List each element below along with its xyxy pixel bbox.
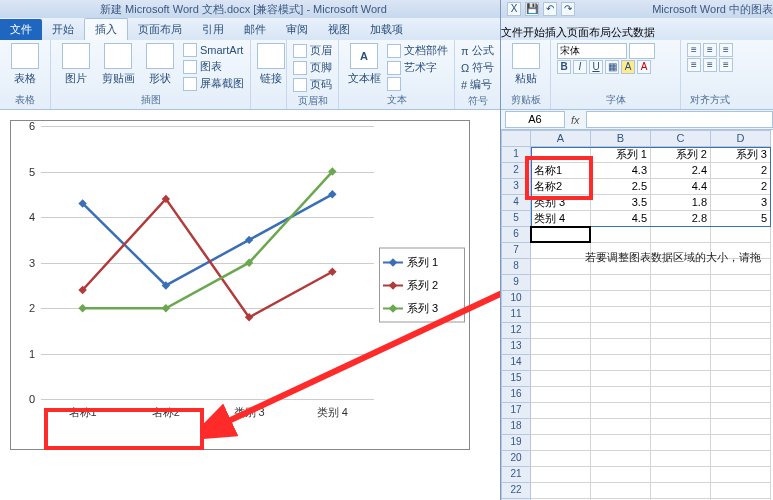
cell[interactable] — [591, 387, 651, 403]
cell[interactable] — [531, 403, 591, 419]
dropcap-button[interactable] — [387, 77, 448, 91]
table-button[interactable]: 表格 — [6, 43, 44, 86]
spreadsheet-grid[interactable]: A B C D 1系列 1系列 2系列 32名称14.32.423名称22.54… — [501, 130, 773, 500]
cell[interactable]: 3 — [711, 195, 771, 211]
cell[interactable] — [591, 227, 651, 243]
cell[interactable]: 名称1 — [531, 163, 591, 179]
tab-home[interactable]: 开始 — [42, 19, 84, 40]
font-color-button[interactable]: A — [637, 60, 651, 74]
cell[interactable] — [651, 291, 711, 307]
pageno-button[interactable]: 页码 — [293, 77, 332, 92]
name-box[interactable]: A6 — [505, 111, 565, 128]
font-name-selector[interactable]: 宋体 — [557, 43, 627, 59]
smartart-button[interactable]: SmartArt — [183, 43, 244, 57]
cell[interactable] — [591, 403, 651, 419]
tab-mailings[interactable]: 邮件 — [234, 19, 276, 40]
cell[interactable]: 2 — [711, 163, 771, 179]
fx-icon[interactable]: fx — [571, 114, 580, 126]
cell[interactable] — [651, 419, 711, 435]
cell[interactable] — [591, 483, 651, 499]
row-header[interactable]: 12 — [501, 323, 531, 339]
col-hdr-B[interactable]: B — [591, 130, 651, 147]
cell[interactable] — [711, 435, 771, 451]
cell[interactable] — [711, 371, 771, 387]
screenshot-button[interactable]: 屏幕截图 — [183, 76, 244, 91]
row-header[interactable]: 6 — [501, 227, 531, 243]
excel-tab-pagelayout[interactable]: 页面布局 — [567, 25, 611, 40]
chart-legend[interactable]: 系列 1系列 2系列 3 — [379, 248, 465, 323]
cell[interactable]: 类别 3 — [531, 195, 591, 211]
cell[interactable] — [591, 323, 651, 339]
cell[interactable]: 系列 2 — [651, 147, 711, 163]
row-header[interactable]: 2 — [501, 163, 531, 179]
number-button[interactable]: #编号 — [461, 77, 494, 92]
cell[interactable] — [711, 307, 771, 323]
cell[interactable] — [651, 387, 711, 403]
bold-button[interactable]: B — [557, 60, 571, 74]
align-right-button[interactable]: ≡ — [719, 58, 733, 72]
cell[interactable] — [711, 339, 771, 355]
footer-button[interactable]: 页脚 — [293, 60, 332, 75]
redo-icon[interactable]: ↷ — [561, 2, 575, 16]
chart-data-point[interactable] — [78, 304, 86, 312]
undo-icon[interactable]: ↶ — [543, 2, 557, 16]
row-header[interactable]: 11 — [501, 307, 531, 323]
equation-button[interactable]: π公式 — [461, 43, 494, 58]
clipart-button[interactable]: 剪贴画 — [99, 43, 137, 86]
cell[interactable] — [531, 355, 591, 371]
legend-entry[interactable]: 系列 2 — [383, 278, 461, 293]
cell[interactable] — [531, 291, 591, 307]
cell[interactable] — [651, 467, 711, 483]
row-header[interactable]: 17 — [501, 403, 531, 419]
cell[interactable] — [591, 275, 651, 291]
cell[interactable]: 系列 3 — [711, 147, 771, 163]
cell[interactable] — [651, 483, 711, 499]
row-header[interactable]: 10 — [501, 291, 531, 307]
cell[interactable] — [591, 451, 651, 467]
tab-review[interactable]: 审阅 — [276, 19, 318, 40]
cell[interactable] — [531, 483, 591, 499]
cell[interactable] — [711, 451, 771, 467]
cell[interactable] — [591, 419, 651, 435]
picture-button[interactable]: 图片 — [57, 43, 95, 86]
select-all-corner[interactable] — [501, 130, 531, 147]
cell[interactable]: 1.8 — [651, 195, 711, 211]
cell[interactable] — [651, 339, 711, 355]
hyperlink-button[interactable]: 链接 — [257, 43, 285, 86]
cell[interactable] — [711, 403, 771, 419]
cell[interactable] — [591, 467, 651, 483]
italic-button[interactable]: I — [573, 60, 587, 74]
cell[interactable]: 2.8 — [651, 211, 711, 227]
chart-series-line[interactable] — [83, 199, 333, 317]
chart-series-line[interactable] — [83, 194, 333, 285]
row-header[interactable]: 3 — [501, 179, 531, 195]
cell[interactable] — [591, 291, 651, 307]
cell[interactable] — [651, 275, 711, 291]
cell[interactable]: 2.5 — [591, 179, 651, 195]
shapes-button[interactable]: 形状 — [141, 43, 179, 86]
align-bot-button[interactable]: ≡ — [719, 43, 733, 57]
cell[interactable] — [591, 435, 651, 451]
cell[interactable] — [651, 435, 711, 451]
cell[interactable]: 5 — [711, 211, 771, 227]
align-top-button[interactable]: ≡ — [687, 43, 701, 57]
row-header[interactable]: 22 — [501, 483, 531, 499]
tab-addins[interactable]: 加载项 — [360, 19, 413, 40]
cell[interactable] — [531, 243, 591, 259]
underline-button[interactable]: U — [589, 60, 603, 74]
textbox-button[interactable]: A文本框 — [345, 43, 383, 86]
symbol-button[interactable]: Ω符号 — [461, 60, 494, 75]
cell[interactable] — [711, 467, 771, 483]
cell[interactable]: 2.4 — [651, 163, 711, 179]
cell[interactable]: 2 — [711, 179, 771, 195]
excel-tab-insert[interactable]: 插入 — [545, 25, 567, 40]
legend-entry[interactable]: 系列 1 — [383, 255, 461, 270]
cell[interactable] — [531, 371, 591, 387]
align-mid-button[interactable]: ≡ — [703, 43, 717, 57]
cell[interactable] — [651, 323, 711, 339]
formula-input[interactable] — [586, 111, 773, 128]
row-header[interactable]: 7 — [501, 243, 531, 259]
tab-references[interactable]: 引用 — [192, 19, 234, 40]
tab-file[interactable]: 文件 — [0, 19, 42, 40]
col-hdr-D[interactable]: D — [711, 130, 771, 147]
